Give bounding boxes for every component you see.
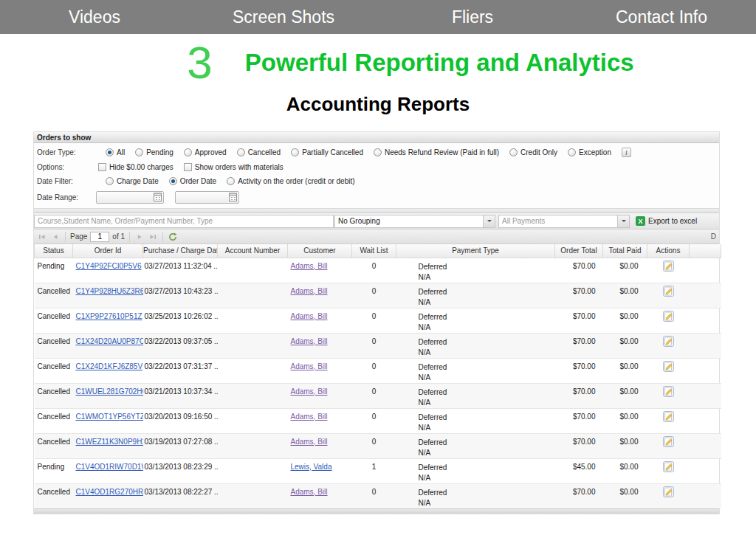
column-header-purchase-charge-date[interactable]: Purchase / Charge Date [143,244,218,258]
radio-cancelled[interactable]: Cancelled [237,148,281,156]
nav-item-screen-shots[interactable]: Screen Shots [189,0,378,34]
status-cell: Cancelled [35,433,73,458]
customer-link[interactable]: Adams, Bill [291,262,328,270]
checkbox-hide-0-00-charges[interactable]: Hide $0.00 charges [98,163,173,171]
horizontal-scrollbar[interactable] [34,508,719,514]
filler-cell [690,433,721,458]
customer-link[interactable]: Adams, Bill [291,438,328,446]
order-total-cell: $70.00 [555,383,603,408]
edit-note-icon[interactable] [663,386,674,399]
column-header-order-total[interactable]: Order Total [555,244,603,258]
account-number-cell [218,383,288,408]
radio-approved[interactable]: Approved [184,148,227,156]
radio-exception[interactable]: Exception [568,148,611,156]
radio-activity-on-the-order-credit-or-debit[interactable]: Activity on the order (credit or debit) [227,177,354,185]
nav-item-contact-info[interactable]: Contact Info [567,0,756,34]
grouping-select[interactable]: No Grouping [334,215,495,228]
order-id-link[interactable]: C1V4OD1RG270HRA [76,488,143,496]
radio-icon [227,177,235,185]
radio-order-date[interactable]: Order Date [169,177,216,185]
filler-cell [690,258,721,283]
chevron-down-icon[interactable] [617,215,629,227]
order-id-cell: C1WUEL281G702HG [73,383,143,408]
radio-credit-only[interactable]: Credit Only [509,148,557,156]
radio-all[interactable]: All [106,148,125,156]
edit-note-icon[interactable] [663,461,674,474]
info-icon[interactable]: i [622,148,631,157]
export-to-excel-button[interactable]: X Export to excel [636,216,697,226]
slide-header: 3 Powerful Reporting and Analytics Accou… [0,40,756,116]
page-number-input[interactable] [90,232,109,242]
order-id-link[interactable]: C1X24D20AU0P87C [76,337,143,345]
column-header-payment-type[interactable]: Payment Type [396,244,555,258]
customer-link[interactable]: Adams, Bill [291,387,328,396]
radio-icon [184,148,192,156]
last-page-icon[interactable] [148,232,158,242]
search-input[interactable] [34,215,334,228]
radio-partially-cancelled[interactable]: Partially Cancelled [291,148,363,156]
purchase-date-cell: 03/27/2013 10:43:23 ... [143,283,218,308]
pagination-bar: Page of 1 D [34,230,719,244]
calendar-icon[interactable] [154,193,162,203]
column-header-actions[interactable]: Actions [647,244,690,258]
edit-note-icon[interactable] [663,361,674,373]
customer-link[interactable]: Lewis, Valda [291,463,332,471]
edit-note-icon[interactable] [663,436,674,449]
actions-cell [647,433,690,458]
column-header-order-id[interactable]: Order Id [73,244,143,258]
order-id-link[interactable]: C1WUEL281G702HG [76,387,143,396]
actions-cell [647,458,690,483]
refresh-icon[interactable] [168,232,178,242]
radio-label: Exception [579,148,611,156]
customer-link[interactable]: Adams, Bill [291,413,328,421]
customer-link[interactable]: Adams, Bill [291,337,328,345]
calendar-icon[interactable] [229,193,237,203]
export-label: Export to excel [648,217,697,225]
payment-type-cell: DeferredN/A [396,408,555,433]
purchase-date-cell: 03/22/2013 09:37:05 ... [143,333,218,358]
customer-link[interactable]: Adams, Bill [291,312,328,320]
actions-cell [647,408,690,433]
order-id-link[interactable]: C1Y4P92FCI0P5V6 [76,262,142,270]
edit-note-icon[interactable] [663,486,674,499]
column-header-customer[interactable]: Customer [288,244,352,258]
payments-select[interactable]: All Payments [498,215,630,228]
date-range-to-input[interactable] [175,191,239,204]
total-paid-cell: $0.00 [603,258,647,283]
column-header-total-paid[interactable]: Total Paid [603,244,647,258]
edit-note-icon[interactable] [663,411,674,424]
order-id-cell: C1Y4P928HU6Z3R6 [73,283,143,308]
checkbox-show-orders-with-materials[interactable]: Show orders with materials [184,163,284,171]
chevron-down-icon[interactable] [483,215,495,227]
customer-link[interactable]: Adams, Bill [291,362,328,370]
options-checkboxes: Hide $0.00 chargesShow orders with mater… [98,163,294,171]
edit-note-icon[interactable] [663,311,674,323]
nav-item-fliers[interactable]: Fliers [378,0,567,34]
radio-needs-refund-review-paid-in-full[interactable]: Needs Refund Review (Paid in full) [374,148,499,156]
edit-note-icon[interactable] [663,336,674,348]
payment-type-line2: N/A [419,373,555,383]
order-id-link[interactable]: C1V4OD1RIW70D1W [76,463,143,471]
next-page-icon[interactable] [134,232,145,242]
prev-page-icon[interactable] [50,232,61,242]
edit-note-icon[interactable] [663,261,674,273]
first-page-icon[interactable] [37,232,47,242]
wait-list-cell: 0 [352,483,396,508]
order-id-link[interactable]: C1WEZ11K3N0P9H1 [76,438,143,446]
radio-pending[interactable]: Pending [135,148,173,156]
radio-charge-date[interactable]: Charge Date [106,177,159,185]
order-id-link[interactable]: C1XP9P27610P51Z [76,312,142,320]
order-id-link[interactable]: C1Y4P928HU6Z3R6 [76,287,143,295]
customer-link[interactable]: Adams, Bill [291,287,328,295]
order-id-link[interactable]: C1X24D1KFJ6Z85V [76,362,143,370]
order-id-cell: C1X24D1KFJ6Z85V [73,358,143,383]
edit-note-icon[interactable] [663,286,674,298]
total-paid-cell: $0.00 [603,358,647,383]
date-range-from-input[interactable] [96,191,164,204]
column-header-status[interactable]: Status [35,244,73,258]
customer-link[interactable]: Adams, Bill [291,488,328,496]
column-header-account-number[interactable]: Account Number [218,244,288,258]
nav-item-videos[interactable]: Videos [0,0,189,34]
column-header-wait-list[interactable]: Wait List [352,244,396,258]
order-id-link[interactable]: C1WMOT1YP56YTZ4 [76,413,143,421]
